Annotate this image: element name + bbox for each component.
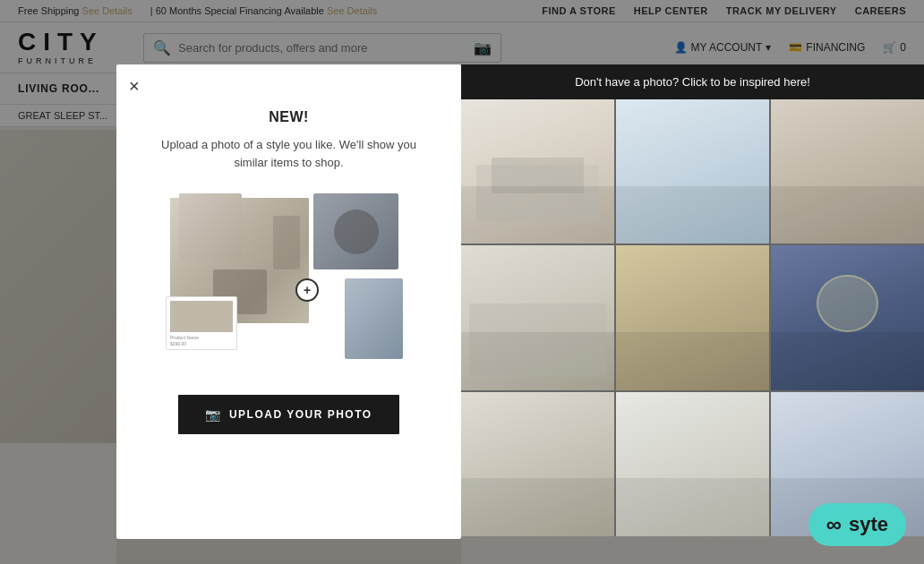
collage-bottom-right	[345, 278, 403, 359]
inspiration-panel: Don't have a photo? Click to be inspired…	[461, 64, 924, 539]
collage-top-right	[313, 193, 398, 269]
inspiration-photo-3[interactable]	[771, 99, 924, 244]
syte-brand-name: syte	[849, 513, 888, 536]
upload-photo-button[interactable]: 📷 UPLOAD YOUR PHOTO	[178, 395, 398, 434]
product-card-text: Product Name$299.00	[170, 335, 233, 346]
inspiration-photo-6[interactable]	[771, 245, 924, 389]
collage-small-left	[179, 193, 242, 261]
photo-collage: + Product Name$299.00	[152, 189, 425, 368]
inspiration-header[interactable]: Don't have a photo? Click to be inspired…	[461, 64, 924, 99]
upload-photo-modal: × NEW! Upload a photo of a style you lik…	[116, 64, 461, 539]
inspiration-photo-2[interactable]	[616, 99, 769, 244]
modal-content: NEW! Upload a photo of a style you like.…	[116, 64, 461, 539]
inspiration-photo-1[interactable]	[461, 99, 614, 244]
inspiration-photo-grid	[461, 99, 924, 536]
modal-new-badge: NEW!	[269, 109, 309, 125]
modal-description: Upload a photo of a style you like. We'l…	[152, 136, 425, 171]
product-card-image	[170, 301, 233, 332]
camera-upload-icon: 📷	[205, 407, 222, 422]
syte-logo-icon: ∞	[826, 512, 842, 537]
plus-badge: +	[295, 278, 319, 302]
product-card-preview: Product Name$299.00	[166, 296, 237, 350]
inspiration-photo-7[interactable]	[461, 392, 614, 536]
inspiration-photo-4[interactable]	[461, 245, 614, 389]
modal-close-button[interactable]: ×	[129, 77, 140, 95]
inspiration-photo-8[interactable]	[616, 392, 769, 536]
syte-badge: ∞ syte	[808, 503, 906, 546]
inspiration-photo-5[interactable]	[616, 245, 769, 389]
